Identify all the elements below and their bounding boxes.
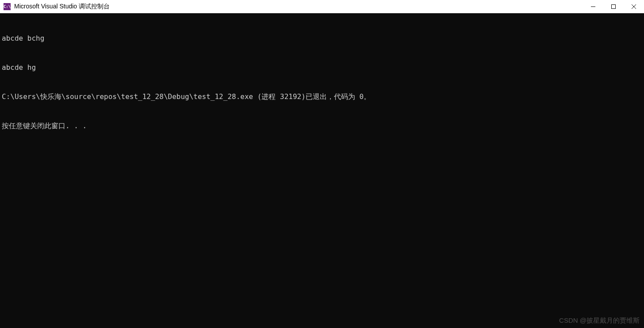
window-controls [583, 0, 644, 13]
titlebar: C:\ Microsoft Visual Studio 调试控制台 [0, 0, 644, 13]
console-output[interactable]: abcde bchg abcde hg C:\Users\快乐海\source\… [0, 13, 644, 328]
svg-rect-1 [612, 4, 616, 8]
maximize-button[interactable] [603, 0, 624, 13]
console-line: abcde hg [2, 63, 642, 72]
minimize-icon [591, 4, 595, 9]
watermark: CSDN @披星戴月的贾维斯 [559, 316, 640, 325]
minimize-button[interactable] [583, 0, 603, 13]
close-icon [632, 4, 636, 9]
close-button[interactable] [624, 0, 644, 13]
console-line: 按任意键关闭此窗口. . . [2, 121, 642, 131]
maximize-icon [611, 4, 616, 9]
app-icon: C:\ [4, 3, 11, 10]
console-line: abcde bchg [2, 34, 642, 43]
console-line: C:\Users\快乐海\source\repos\test_12_28\Deb… [2, 92, 642, 102]
window-title: Microsoft Visual Studio 调试控制台 [14, 3, 583, 11]
